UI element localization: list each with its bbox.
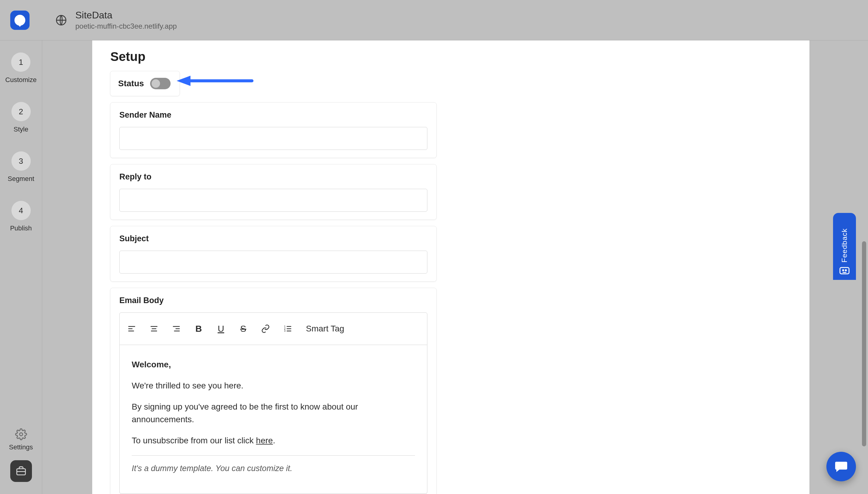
setup-heading: Setup (110, 50, 442, 64)
reply-to-label: Reply to (119, 172, 427, 182)
align-center-icon[interactable] (148, 323, 160, 335)
app-logo[interactable] (10, 11, 29, 30)
body-line-3: To unsubscribe from our list click here. (132, 434, 415, 447)
briefcase-icon (15, 466, 27, 477)
step-label: Publish (10, 224, 32, 232)
settings-nav[interactable]: Settings (9, 428, 33, 451)
chat-bubble-icon (15, 15, 25, 26)
scrollbar-thumb[interactable] (862, 241, 866, 446)
settings-label: Settings (9, 443, 33, 451)
status-toggle[interactable] (150, 78, 171, 89)
svg-point-1 (20, 433, 23, 436)
site-domain: poetic-muffin-cbc3ee.netlify.app (75, 22, 177, 31)
svg-text:3: 3 (284, 329, 286, 332)
underline-icon[interactable]: U (215, 323, 227, 335)
unsubscribe-link[interactable]: here (256, 436, 273, 445)
status-card: Status (110, 71, 180, 96)
body-welcome: Welcome, (132, 358, 415, 371)
sender-name-input[interactable] (119, 127, 427, 150)
svg-point-21 (843, 270, 844, 271)
sender-name-label: Sender Name (119, 110, 427, 120)
email-body-editor[interactable]: Welcome, We're thrilled to see you here.… (119, 345, 427, 494)
body-unsub-pre: To unsubscribe from our list click (132, 436, 256, 445)
feedback-tab[interactable]: Feedback (833, 213, 856, 280)
step-number: 3 (12, 151, 31, 171)
align-left-icon[interactable] (126, 323, 138, 335)
step-label: Customize (5, 76, 37, 84)
setup-column: Setup Status Sender Name Reply to Subjec… (92, 40, 442, 494)
align-right-icon[interactable] (170, 323, 182, 335)
body-unsub-post: . (273, 436, 275, 445)
step-segment[interactable]: 3 Segment (7, 151, 34, 183)
body-divider (132, 455, 415, 456)
step-label: Segment (7, 175, 34, 183)
reply-to-input[interactable] (119, 189, 427, 212)
feedback-label: Feedback (840, 228, 849, 262)
link-icon[interactable] (259, 323, 272, 335)
email-body-card: Email Body B U S 123 (110, 288, 436, 494)
site-title: SiteData (75, 10, 177, 21)
chat-launcher[interactable] (826, 452, 856, 481)
step-style[interactable]: 2 Style (12, 102, 31, 133)
body-line-2: By signing up you've agreed to be the fi… (132, 400, 415, 426)
bold-icon[interactable]: B (193, 323, 205, 335)
scrollbar-track[interactable] (858, 48, 868, 476)
subject-card: Subject (110, 226, 436, 281)
editor-toolbar: B U S 123 Smart Tag (119, 312, 427, 345)
smart-tag-button[interactable]: Smart Tag (306, 324, 344, 334)
gear-icon (15, 428, 27, 440)
globe-icon[interactable] (55, 14, 67, 26)
body-note: It's a dummy template. You can customize… (132, 462, 415, 475)
step-publish[interactable]: 4 Publish (10, 201, 32, 232)
step-number: 4 (12, 201, 31, 220)
smiley-icon (839, 267, 850, 276)
svg-point-22 (845, 270, 847, 271)
step-number: 2 (12, 102, 31, 121)
body-line-1: We're thrilled to see you here. (132, 379, 415, 392)
email-body-label: Email Body (119, 296, 427, 305)
reply-to-card: Reply to (110, 164, 436, 220)
briefcase-button[interactable] (10, 460, 32, 482)
chat-icon (834, 459, 848, 474)
subject-label: Subject (119, 234, 427, 243)
ordered-list-icon[interactable]: 123 (282, 323, 294, 335)
header-text: SiteData poetic-muffin-cbc3ee.netlify.ap… (75, 10, 177, 31)
step-customize[interactable]: 1 Customize (5, 53, 37, 84)
strikethrough-icon[interactable]: S (237, 323, 249, 335)
app-header: SiteData poetic-muffin-cbc3ee.netlify.ap… (0, 0, 868, 40)
status-label: Status (118, 79, 144, 88)
step-label: Style (14, 126, 28, 133)
step-number: 1 (11, 53, 31, 72)
sender-name-card: Sender Name (110, 102, 436, 158)
left-rail: 1 Customize 2 Style 3 Segment 4 Publish … (0, 40, 42, 494)
content-panel: Setup Status Sender Name Reply to Subjec… (92, 40, 810, 494)
subject-input[interactable] (119, 251, 427, 273)
